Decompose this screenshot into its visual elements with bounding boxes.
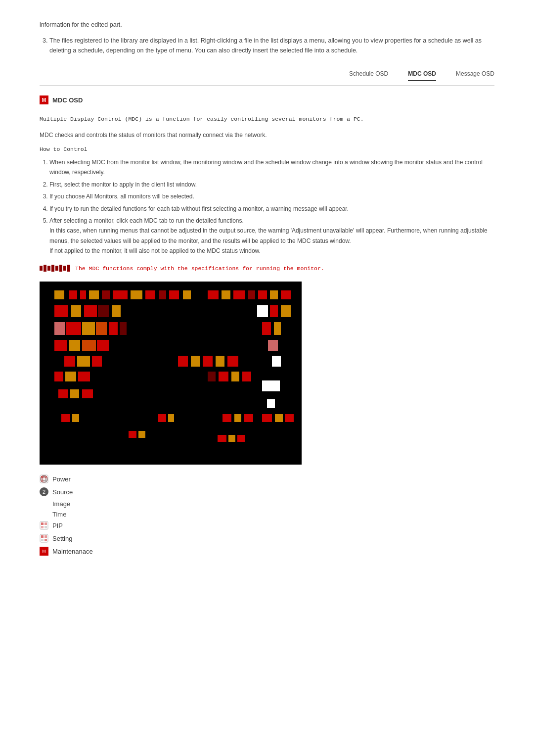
- maintenance-icon: M: [40, 547, 48, 556]
- svg-rect-6: [44, 476, 47, 478]
- svg-rect-17: [41, 539, 44, 541]
- step-3: If you choose All Monitors, all monitors…: [49, 191, 494, 201]
- menu-subitem-time[interactable]: Time: [52, 511, 494, 518]
- section-title: MDC OSD: [52, 96, 83, 104]
- mdc-screenshot: [40, 282, 302, 465]
- svg-rect-15: [41, 535, 44, 538]
- pip-label: PIP: [52, 522, 63, 529]
- svg-rect-13: [44, 526, 47, 528]
- maintenance-label: Maintenanace: [52, 548, 93, 555]
- menu-item-pip[interactable]: PIP: [40, 521, 494, 530]
- svg-rect-16: [44, 535, 47, 538]
- svg-rect-12: [41, 526, 44, 528]
- how-to-control-heading: How to Control: [40, 146, 494, 152]
- tab-message-osd[interactable]: Message OSD: [456, 70, 494, 81]
- section-header: M MDC OSD: [40, 95, 494, 104]
- step-2: First, select the monitor to apply in th…: [49, 180, 494, 189]
- menu-item-source[interactable]: 2 Source: [40, 487, 494, 496]
- step-5: After selecting a monitor, click each MD…: [49, 216, 494, 256]
- source-icon: 2: [40, 487, 48, 496]
- tab-navigation: Schedule OSD MDC OSD Message OSD: [40, 70, 494, 86]
- note-icon: [40, 265, 70, 272]
- tab-mdc-osd[interactable]: MDC OSD: [408, 70, 436, 81]
- svg-rect-10: [41, 522, 44, 525]
- menu-item-setting[interactable]: Setting: [40, 534, 494, 543]
- svg-rect-8: [44, 479, 47, 482]
- power-icon: [40, 474, 48, 483]
- svg-rect-11: [44, 522, 47, 525]
- source-label: Source: [52, 488, 73, 496]
- section-icon: M: [40, 95, 48, 104]
- mdc-intro-line1: Multiple Display Control (MDC) is a func…: [40, 114, 494, 124]
- setting-icon: [40, 534, 48, 543]
- power-label: Power: [52, 475, 71, 483]
- svg-rect-7: [41, 479, 44, 482]
- time-label: Time: [52, 511, 66, 518]
- pip-icon: [40, 521, 48, 530]
- svg-rect-18: [44, 539, 47, 541]
- svg-rect-5: [41, 476, 44, 478]
- menu-list: Power 2 Source Image Time PIP: [40, 474, 494, 556]
- menu-subitem-image[interactable]: Image: [52, 500, 494, 508]
- step-4: If you try to run the detailed functions…: [49, 204, 494, 214]
- steps-list: When selecting MDC from the monitor list…: [49, 157, 494, 256]
- note-bar: The MDC functions comply with the specif…: [40, 265, 494, 272]
- tab-schedule-osd[interactable]: Schedule OSD: [349, 70, 388, 81]
- menu-item-power[interactable]: Power: [40, 474, 494, 483]
- intro-paragraph: information for the edited part.: [40, 20, 494, 30]
- step-1: When selecting MDC from the monitor list…: [49, 157, 494, 178]
- menu-item-maintenance[interactable]: M Maintenanace: [40, 547, 494, 556]
- image-label: Image: [52, 500, 70, 508]
- note-text: The MDC functions comply with the specif…: [75, 265, 324, 272]
- list-item-3: The files registered to the library are …: [49, 36, 494, 55]
- mdc-intro-line2: MDC checks and controls the status of mo…: [40, 130, 494, 140]
- setting-label: Setting: [52, 535, 72, 542]
